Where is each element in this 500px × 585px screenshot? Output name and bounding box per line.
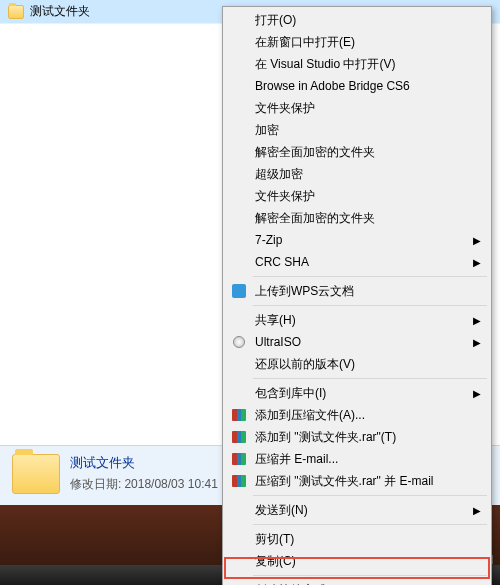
menu-compress-rar-email[interactable]: 压缩到 "测试文件夹.rar" 并 E-mail: [225, 470, 489, 492]
folder-icon: [8, 5, 24, 19]
menu-share[interactable]: 共享(H)▶: [225, 309, 489, 331]
submenu-arrow-icon: ▶: [473, 505, 481, 516]
menu-super-encrypt[interactable]: 超级加密: [225, 163, 489, 185]
menu-separator: [253, 524, 487, 525]
archive-icon: [231, 429, 247, 445]
menu-ultraiso[interactable]: UltraISO▶: [225, 331, 489, 353]
menu-decrypt-all-2[interactable]: 解密全面加密的文件夹: [225, 207, 489, 229]
menu-add-rar[interactable]: 添加到 "测试文件夹.rar"(T): [225, 426, 489, 448]
menu-open-new-window[interactable]: 在新窗口中打开(E): [225, 31, 489, 53]
menu-7zip[interactable]: 7-Zip▶: [225, 229, 489, 251]
menu-cut[interactable]: 剪切(T): [225, 528, 489, 550]
menu-separator: [253, 575, 487, 576]
menu-upload-wps[interactable]: 上传到WPS云文档: [225, 280, 489, 302]
menu-separator: [253, 495, 487, 496]
menu-copy[interactable]: 复制(C): [225, 550, 489, 572]
menu-create-shortcut[interactable]: 创建快捷方式(S): [225, 579, 489, 585]
submenu-arrow-icon: ▶: [473, 257, 481, 268]
archive-icon: [231, 473, 247, 489]
menu-decrypt-all[interactable]: 解密全面加密的文件夹: [225, 141, 489, 163]
menu-separator: [253, 305, 487, 306]
menu-open-visual-studio[interactable]: 在 Visual Studio 中打开(V): [225, 53, 489, 75]
submenu-arrow-icon: ▶: [473, 337, 481, 348]
submenu-arrow-icon: ▶: [473, 388, 481, 399]
menu-crc-sha[interactable]: CRC SHA▶: [225, 251, 489, 273]
menu-separator: [253, 276, 487, 277]
menu-folder-protect[interactable]: 文件夹保护: [225, 97, 489, 119]
disc-icon: [231, 334, 247, 350]
context-menu: 打开(O) 在新窗口中打开(E) 在 Visual Studio 中打开(V) …: [222, 6, 492, 585]
menu-send-to[interactable]: 发送到(N)▶: [225, 499, 489, 521]
folder-icon-large: [12, 454, 60, 494]
menu-open[interactable]: 打开(O): [225, 9, 489, 31]
menu-include-library[interactable]: 包含到库中(I)▶: [225, 382, 489, 404]
archive-icon: [231, 407, 247, 423]
wps-icon: [231, 283, 247, 299]
submenu-arrow-icon: ▶: [473, 315, 481, 326]
date-label: 修改日期:: [70, 477, 121, 491]
archive-icon: [231, 451, 247, 467]
menu-folder-protect-2[interactable]: 文件夹保护: [225, 185, 489, 207]
submenu-arrow-icon: ▶: [473, 235, 481, 246]
menu-compress-email[interactable]: 压缩并 E-mail...: [225, 448, 489, 470]
file-name: 测试文件夹: [30, 3, 230, 20]
menu-add-archive[interactable]: 添加到压缩文件(A)...: [225, 404, 489, 426]
menu-browse-bridge[interactable]: Browse in Adobe Bridge CS6: [225, 75, 489, 97]
menu-encrypt[interactable]: 加密: [225, 119, 489, 141]
menu-separator: [253, 378, 487, 379]
date-value: 2018/08/03 10:41: [124, 477, 217, 491]
menu-restore-versions[interactable]: 还原以前的版本(V): [225, 353, 489, 375]
